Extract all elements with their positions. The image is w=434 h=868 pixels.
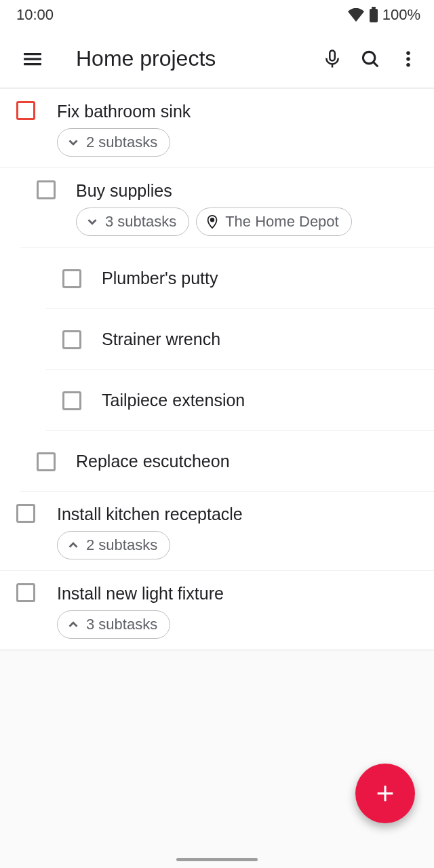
svg-point-7: [406, 63, 410, 67]
location-icon: [205, 214, 220, 229]
svg-rect-2: [330, 50, 335, 60]
task-item[interactable]: Tailpiece extension: [46, 370, 434, 431]
subtasks-label: 2 subtasks: [86, 536, 157, 554]
task-item[interactable]: Buy supplies 3 subtasks The Home Depot: [20, 168, 434, 248]
subtasks-label: 2 subtasks: [86, 134, 157, 151]
task-checkbox[interactable]: [16, 583, 35, 602]
subtasks-chip[interactable]: 3 subtasks: [57, 610, 170, 639]
svg-line-4: [373, 62, 378, 66]
add-task-fab[interactable]: [355, 764, 415, 823]
svg-rect-0: [370, 9, 378, 22]
task-title: Replace escutcheon: [76, 450, 418, 473]
task-item[interactable]: Plumber's putty: [46, 248, 434, 309]
task-title: Plumber's putty: [102, 267, 418, 290]
task-title: Tailpiece extension: [102, 389, 418, 412]
status-time: 10:00: [16, 6, 54, 24]
voice-button[interactable]: [313, 40, 351, 78]
nav-handle[interactable]: [176, 858, 258, 861]
task-checkbox[interactable]: [16, 504, 35, 523]
mic-icon: [322, 49, 342, 69]
task-checkbox[interactable]: [62, 330, 81, 349]
location-chip[interactable]: The Home Depot: [196, 208, 352, 236]
task-checkbox[interactable]: [62, 391, 81, 410]
location-label: The Home Depot: [225, 213, 339, 231]
page-title: Home projects: [76, 46, 313, 71]
task-checkbox[interactable]: [16, 101, 35, 120]
task-checkbox[interactable]: [37, 452, 56, 471]
chevron-up-icon: [66, 617, 81, 632]
task-item[interactable]: Strainer wrench: [46, 309, 434, 370]
app-bar: Home projects: [0, 30, 434, 88]
chevron-down-icon: [85, 214, 100, 229]
task-checkbox[interactable]: [37, 180, 56, 199]
task-title: Install new light fixture: [57, 582, 418, 605]
task-title: Buy supplies: [76, 179, 418, 202]
task-title: Install kitchen receptacle: [57, 502, 418, 526]
status-battery-pct: 100%: [382, 6, 420, 24]
status-bar: 10:00 100%: [0, 0, 434, 30]
svg-point-3: [363, 52, 375, 64]
more-vert-icon: [398, 49, 418, 69]
search-button[interactable]: [351, 40, 389, 78]
svg-point-6: [406, 57, 410, 61]
battery-icon: [369, 7, 378, 23]
search-icon: [360, 49, 380, 69]
task-item[interactable]: Fix bathroom sink 2 subtasks: [0, 88, 434, 168]
svg-point-8: [211, 218, 214, 222]
svg-point-5: [406, 51, 410, 55]
subtasks-chip[interactable]: 3 subtasks: [76, 208, 189, 236]
task-title: Fix bathroom sink: [57, 100, 418, 123]
more-button[interactable]: [389, 40, 427, 78]
status-right: 100%: [347, 6, 420, 24]
subtasks-chip[interactable]: 2 subtasks: [57, 531, 170, 559]
svg-rect-1: [372, 7, 376, 9]
task-item[interactable]: Install kitchen receptacle 2 subtasks: [0, 492, 434, 571]
task-title: Strainer wrench: [102, 328, 418, 351]
plus-icon: [374, 782, 397, 805]
task-item[interactable]: Replace escutcheon: [20, 431, 434, 492]
chevron-down-icon: [66, 135, 81, 150]
task-item[interactable]: Install new light fixture 3 subtasks: [0, 571, 434, 650]
chevron-up-icon: [66, 538, 81, 553]
subtasks-label: 3 subtasks: [105, 213, 176, 231]
hamburger-icon: [22, 49, 43, 69]
subtasks-chip[interactable]: 2 subtasks: [57, 128, 170, 157]
task-list: Fix bathroom sink 2 subtasks Buy supplie…: [0, 88, 434, 650]
subtasks-label: 3 subtasks: [86, 616, 157, 633]
task-checkbox[interactable]: [62, 269, 81, 288]
menu-button[interactable]: [14, 40, 52, 78]
wifi-icon: [347, 8, 365, 22]
